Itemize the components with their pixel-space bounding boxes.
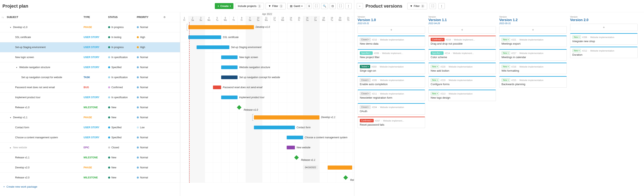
gantt-row[interactable]: Implement product tour [180,92,354,103]
expand-icon[interactable]: ▸ [9,147,12,149]
table-row[interactable]: Release v1.0MILESTONENewNormal [0,103,180,113]
column-subject[interactable]: SUBJECT [7,16,18,19]
status-pill[interactable]: New ▾ [572,35,581,39]
work-package-card[interactable]: New ▾#213·Website implementationNew logo… [428,90,496,101]
column-priority[interactable]: PRIORITY [137,16,148,19]
gantt-row[interactable]: New login screen [180,52,354,62]
table-row[interactable]: ▾Develop v1.0PHASEIn progressNormal [0,22,180,32]
gantt-bar[interactable]: New login screen [221,55,238,59]
gantt-chart[interactable]: Apr 2022 1Fr2Sa3Su4Mo5Tu6We7Th8Fr9Sa10Su… [180,12,354,196]
table-row[interactable]: Release v2.0MILESTONENewNormal [0,173,180,183]
table-row[interactable]: Release v1.1MILESTONENewNormal [0,153,180,163]
status-pill[interactable]: New ▾ [502,38,510,41]
gear-icon[interactable]: ⚙ [164,16,166,19]
gantt-row[interactable]: Contact form [180,123,354,133]
versions-board[interactable]: VersionVersion 1.02022-03-31+Closed ▾#21… [354,12,644,196]
gantt-bar[interactable]: Develop v1.0 [188,25,254,29]
status-pill[interactable]: New ▾ [572,49,581,52]
table-row[interactable]: New login screenUSER STORYIn specificati… [0,52,180,62]
add-card-button[interactable]: + [358,26,425,33]
version-name[interactable]: Version 1.0 [358,18,425,22]
gantt-row[interactable]: New website [180,143,354,153]
back-button[interactable]: ← [357,3,363,9]
work-package-card[interactable]: New ▾#220·Website implementationNew add … [428,63,496,74]
status-pill[interactable]: Closed ▾ [360,78,371,82]
status-pill[interactable]: Specified ▾ [360,51,373,55]
work-package-card[interactable]: Tested ▾#203·Website implementationSinge… [358,63,425,74]
column-status[interactable]: STATUS [108,16,118,19]
work-package-card[interactable]: Confirmed ▾#207·Website implement...Rese… [358,117,425,128]
version-name[interactable]: Version 1.1 [428,18,496,22]
status-pill[interactable]: Confirmed ▾ [360,119,374,122]
table-row[interactable]: ▾Develop v1.1PHASENewNormal [0,113,180,123]
gantt-row[interactable]: Choose a content management system [180,133,354,143]
status-pill[interactable]: Confirmed ▾ [431,38,444,41]
more-menu-button[interactable]: ⋮ [345,3,352,9]
sort-icon[interactable]: ↑↓ [2,16,4,18]
table-row[interactable]: Password reset does not send emailBUGCon… [0,82,180,92]
gantt-row[interactable]: Release v2.0 [180,173,354,183]
work-package-card[interactable]: Specified ▾#209·Website implement...New … [358,49,425,61]
table-row[interactable]: Implement product tourUSER STORYIn speci… [0,92,180,103]
gantt-row[interactable]: Website navigation structure [180,62,354,72]
versions-filter-button[interactable]: ▼ Filter 0 [407,3,427,9]
table-row[interactable]: Choose a content management systemUSER S… [0,133,180,143]
work-package-card[interactable]: New ▾#215·Website implementationBackward… [499,76,567,88]
collapse-icon[interactable]: ▾ [9,26,12,28]
status-pill[interactable]: New ▾ [431,92,439,95]
status-pill[interactable]: Closed ▾ [360,92,371,95]
work-package-card[interactable]: New ▾#219·Website implementationConfigur… [428,76,496,88]
column-type[interactable]: TYPE [84,16,90,19]
gantt-row[interactable]: Develop v1.1 [180,113,354,123]
create-work-package-link[interactable]: + Create new work package [0,183,180,191]
collapse-icon[interactable]: ▾ [9,116,12,119]
status-pill[interactable]: New ▾ [431,78,439,82]
work-package-card[interactable]: Specified ▾#214·Website implement...Colo… [428,49,496,61]
gantt-row[interactable]: Develop v1.0 [180,22,354,32]
gantt-bar[interactable]: SSL certificate [188,35,221,39]
gantt-row[interactable]: Release v1.0 [180,103,354,113]
status-pill[interactable]: New ▾ [502,51,510,55]
gantt-bar[interactable]: Develop v1.1 [254,115,320,120]
work-package-card[interactable]: New ▾#212·Website implementationDuration [570,47,638,58]
auto-zoom-button[interactable]: ⊡ [330,3,336,9]
work-package-card[interactable]: New ▾#217·Website implementationMeetings… [499,49,567,61]
add-card-button[interactable]: + [499,26,567,33]
add-card-button[interactable]: + [428,26,496,33]
gantt-row[interactable]: Set up navigation concept for website [180,72,354,82]
create-button[interactable]: + Create ▾ [215,3,234,9]
versions-fullscreen-button[interactable]: ⛶ [430,3,436,9]
versions-more-button[interactable]: ⋮ [438,3,445,9]
gantt-bar[interactable]: Set-up Staging environment [196,45,229,49]
gantt-row[interactable]: Set-up Staging environment [180,42,354,52]
milestone-marker[interactable]: Release v2.0 [344,175,348,180]
work-package-card[interactable]: New ▾#206·Website implementationIntegrat… [570,33,638,45]
gantt-bar[interactable]: Implement product tour [221,96,238,99]
gantt-bar[interactable]: Set up navigation concept for website [221,75,238,79]
zen-mode-button[interactable]: ⛶ [313,3,320,9]
table-row[interactable]: SSL certificateUSER STORYIn testingHigh [0,32,180,42]
table-row[interactable]: Develop v2.0PHASENewNormal [0,163,180,173]
version-name[interactable]: Version 2.0 [570,18,638,22]
gantt-row[interactable]: 04/18/202204/21/2022 [180,163,354,173]
status-pill[interactable]: Tested ▾ [360,65,370,68]
table-row[interactable]: Set up navigation concept for websiteTAS… [0,72,180,82]
filter-button[interactable]: ▼ Filter 1 [266,3,286,9]
gantt-view-button[interactable]: ▤ Gantt ▾ [287,3,305,9]
add-card-button[interactable]: + [570,24,638,31]
gantt-bar[interactable]: Contact form [254,126,295,129]
collapse-icon[interactable]: ▾ [15,66,18,69]
gantt-bar[interactable]: Website navigation structure [221,65,238,69]
gantt-bar[interactable]: New website [287,146,295,149]
work-package-card[interactable]: Confirmed ▾#218·Website implement...Drag… [428,36,496,47]
table-row[interactable]: ▸New websiteEPICClosedNormal [0,143,180,153]
gantt-bar[interactable] [328,166,352,170]
status-pill[interactable]: Closed ▾ [360,105,371,109]
gantt-row[interactable]: Password reset does not send email [180,82,354,92]
milestone-marker[interactable]: Release v1.0 [237,105,242,110]
status-pill[interactable]: Specified ▾ [431,51,444,55]
status-pill[interactable]: New ▾ [502,65,510,68]
work-package-card[interactable]: New ▾#221·Website implementationMeetings… [499,36,567,47]
milestone-marker[interactable]: Release v1.1 [294,155,299,160]
work-package-card[interactable]: New ▾#216·Website implementationWiki for… [499,63,567,74]
